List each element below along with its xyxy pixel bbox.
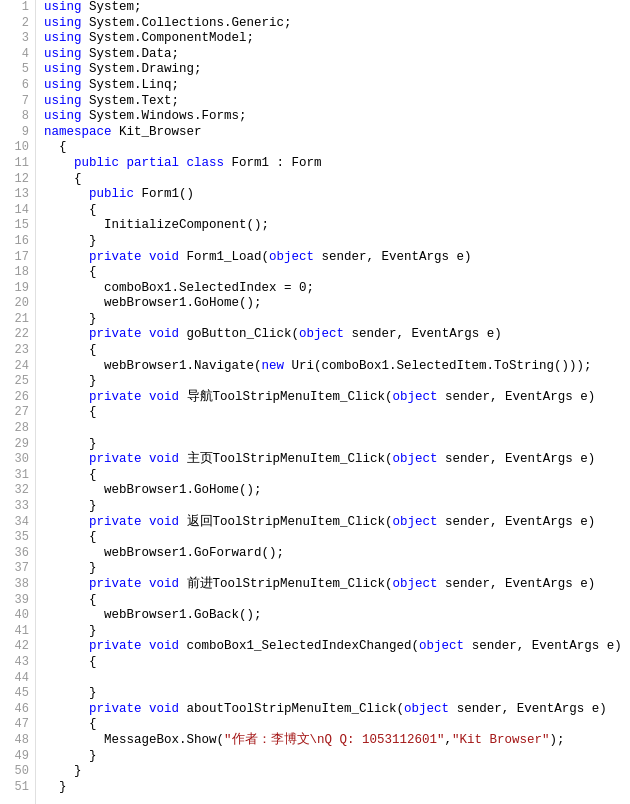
line-number: 38 (0, 577, 35, 593)
plain-token: Kit_Browser (112, 125, 202, 139)
line-number: 18 (0, 265, 35, 281)
code-line: { (44, 343, 630, 359)
plain-token: { (44, 468, 97, 482)
code-line: } (44, 234, 630, 250)
line-number: 51 (0, 780, 35, 796)
kw-token: object (393, 515, 438, 529)
line-number: 46 (0, 702, 35, 718)
plain-token: comboBox1.SelectedIndex = 0; (44, 281, 314, 295)
kw-token: void (149, 250, 179, 264)
plain-token (44, 515, 89, 529)
plain-token: sender, EventArgs e) (314, 250, 472, 264)
plain-token: System.Drawing; (82, 62, 202, 76)
code-line: { (44, 530, 630, 546)
line-number: 34 (0, 515, 35, 531)
plain-token: sender, EventArgs e) (438, 390, 596, 404)
kw-token: void (149, 639, 179, 653)
plain-token: { (44, 343, 97, 357)
plain-token: sender, EventArgs e) (464, 639, 622, 653)
plain-token: aboutToolStripMenuItem_Click( (179, 702, 404, 716)
plain-token: 返回ToolStripMenuItem_Click( (179, 515, 393, 529)
line-number: 15 (0, 218, 35, 234)
line-number: 32 (0, 483, 35, 499)
line-number: 28 (0, 421, 35, 437)
kw-token: using (44, 31, 82, 45)
code-line: public partial class Form1 : Form (44, 156, 630, 172)
plain-token: { (44, 717, 97, 731)
kw-token: public (74, 156, 119, 170)
kw-token: object (419, 639, 464, 653)
plain-token: System; (82, 0, 142, 14)
plain-token (142, 702, 150, 716)
plain-token: Form1 : Form (224, 156, 322, 170)
plain-token: { (44, 530, 97, 544)
line-number: 43 (0, 655, 35, 671)
code-line: } (44, 686, 630, 702)
line-number: 12 (0, 172, 35, 188)
plain-token: } (44, 561, 97, 575)
code-line: } (44, 780, 630, 796)
plain-token (44, 390, 89, 404)
plain-token (119, 156, 127, 170)
line-number: 16 (0, 234, 35, 250)
plain-token: 前进ToolStripMenuItem_Click( (179, 577, 393, 591)
plain-token (142, 639, 150, 653)
kw-token: private (89, 639, 142, 653)
line-number: 45 (0, 686, 35, 702)
line-number: 26 (0, 390, 35, 406)
kw-token: using (44, 78, 82, 92)
kw-token: object (404, 702, 449, 716)
kw-token: private (89, 577, 142, 591)
code-line: webBrowser1.GoForward(); (44, 546, 630, 562)
string-token: "作者：李博文\nQ Q: 1053112601" (224, 733, 445, 747)
line-number: 6 (0, 78, 35, 94)
line-number: 21 (0, 312, 35, 328)
line-number: 24 (0, 359, 35, 375)
plain-token (44, 327, 89, 341)
kw-token: private (89, 327, 142, 341)
kw-token: object (393, 577, 438, 591)
code-line: webBrowser1.GoHome(); (44, 483, 630, 499)
kw-token: private (89, 390, 142, 404)
line-number: 47 (0, 717, 35, 733)
plain-token: sender, EventArgs e) (438, 515, 596, 529)
line-number: 41 (0, 624, 35, 640)
plain-token: sender, EventArgs e) (449, 702, 607, 716)
code-line: } (44, 437, 630, 453)
plain-token: sender, EventArgs e) (438, 452, 596, 466)
code-line: private void 导航ToolStripMenuItem_Click(o… (44, 390, 630, 406)
code-line: { (44, 405, 630, 421)
kw-token: using (44, 47, 82, 61)
line-number-column: 1234567891011121314151617181920212223242… (0, 0, 36, 804)
line-number: 11 (0, 156, 35, 172)
kw-token: object (269, 250, 314, 264)
code-line: using System.Linq; (44, 78, 630, 94)
plain-token (44, 187, 89, 201)
code-line: { (44, 655, 630, 671)
line-number: 13 (0, 187, 35, 203)
kw-token: private (89, 452, 142, 466)
line-number: 9 (0, 125, 35, 141)
code-line: } (44, 312, 630, 328)
plain-token: , (445, 733, 453, 747)
plain-token: System.Linq; (82, 78, 180, 92)
code-line: { (44, 203, 630, 219)
line-number: 23 (0, 343, 35, 359)
plain-token: } (44, 686, 97, 700)
plain-token: webBrowser1.GoHome(); (44, 483, 262, 497)
kw-token: using (44, 0, 82, 14)
line-number: 29 (0, 437, 35, 453)
code-line: } (44, 764, 630, 780)
code-line: namespace Kit_Browser (44, 125, 630, 141)
code-line: MessageBox.Show("作者：李博文\nQ Q: 1053112601… (44, 733, 630, 749)
code-line: private void aboutToolStripMenuItem_Clic… (44, 702, 630, 718)
code-line: using System.Collections.Generic; (44, 16, 630, 32)
plain-token: System.Windows.Forms; (82, 109, 247, 123)
plain-token: } (44, 764, 82, 778)
code-line: InitializeComponent(); (44, 218, 630, 234)
line-number: 22 (0, 327, 35, 343)
code-content[interactable]: using System;using System.Collections.Ge… (36, 0, 630, 804)
line-number: 25 (0, 374, 35, 390)
plain-token: ); (550, 733, 565, 747)
kw-token: partial (127, 156, 180, 170)
